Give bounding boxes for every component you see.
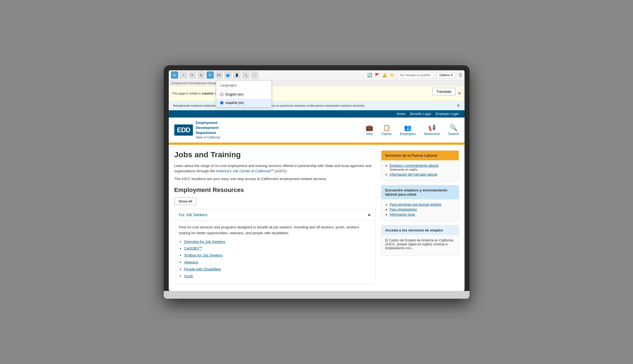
nav-search[interactable]: 🔍 Search xyxy=(448,124,459,136)
toolbar-eye-btn[interactable]: 👁 xyxy=(207,71,214,79)
top-navigation: Home Benefits Login Employer Login xyxy=(169,110,465,118)
list-item: Youth xyxy=(184,273,371,279)
sidebar-box2-header: Encuentre empleos y entrenamiento labora… xyxy=(381,185,459,199)
toolbar-right: 🔄 🚩 🔔 📁 No changes to publish Options ▾ … xyxy=(367,72,462,78)
mercado-link[interactable]: Información del mercado laboral xyxy=(390,173,437,176)
informacion-local-link[interactable]: Información local xyxy=(390,213,415,216)
toolbar-structure-btn[interactable]: ⊞ xyxy=(171,71,178,79)
list-item: Para empleadores xyxy=(390,208,455,211)
search-icon: 🔍 xyxy=(450,124,457,131)
accordion-header[interactable]: For Job Seekers ▶ xyxy=(175,209,375,220)
lang-dropdown-title: Languages xyxy=(216,81,271,90)
toolbar-expand-btn[interactable]: ⛶ xyxy=(251,71,258,79)
home-link[interactable]: Home xyxy=(397,112,406,116)
toolbar-es-btn[interactable]: ES xyxy=(215,71,223,79)
flag-icon[interactable]: 🚩 xyxy=(375,73,379,77)
edd-logo-box: EDD xyxy=(174,124,193,136)
cms-breadcrumb: Employment Development Department › Jobs… xyxy=(169,80,465,86)
nav-employers[interactable]: 👥 Employers xyxy=(400,124,416,136)
toolbar-grid-btn[interactable]: ⊟ xyxy=(198,71,205,79)
translate-close-icon[interactable]: ✕ xyxy=(458,91,461,96)
employers-icon: 👥 xyxy=(404,124,411,131)
show-all-button[interactable]: Show All xyxy=(174,198,197,205)
page-intro-1: Learn about the range of no-cost employm… xyxy=(174,163,376,174)
chevron-down-icon: ▾ xyxy=(451,73,453,77)
page-title: Jobs and Training xyxy=(174,150,376,159)
bell-icon[interactable]: 🔔 xyxy=(382,73,387,77)
para-personas-link[interactable]: Para personas que buscan empleo xyxy=(390,203,441,206)
sidebar-box3-text: El Centro de Empleo de América en Califo… xyxy=(385,238,455,250)
edd-logo-text: EmploymentDevelopmentDepartment State of… xyxy=(196,120,220,140)
youth-link[interactable]: Youth xyxy=(184,274,193,278)
no-changes-badge: No changes to publish xyxy=(397,72,434,78)
translate-button[interactable]: Translate xyxy=(432,88,456,95)
language-dropdown: Languages English (en) español (es) xyxy=(216,80,272,107)
accordion-links-list: Overview for Job Seekers CalJOBSSM Toolb… xyxy=(179,239,371,279)
sidebar-box3-body: El Centro de Empleo de América en Califo… xyxy=(381,235,459,256)
list-item: Empleos y entrenamiento laboral Solament… xyxy=(390,164,455,171)
list-item: Información del mercado laboral xyxy=(390,173,455,176)
edd-nav: 💼 Jobs 📋 Claims 👥 Employers 📢 Newsroom 🔍 xyxy=(366,124,459,136)
list-item: Veterans xyxy=(184,260,371,265)
lang-english-radio[interactable] xyxy=(220,93,224,96)
nav-jobs[interactable]: 💼 Jobs xyxy=(366,124,373,136)
list-item: CalJOBSSM xyxy=(184,246,371,251)
solo-ingles-note: Solamente en inglés xyxy=(390,168,418,171)
options-button[interactable]: Options ▾ xyxy=(436,72,456,78)
cms-toolbar: ⊞ + ⟳ ⊟ 👁 ES 👥 📱 🔍 ⛶ 🔄 🚩 🔔 📁 No changes … xyxy=(169,70,465,80)
toolbar-add-btn[interactable]: + xyxy=(180,71,187,79)
toolbar-left: ⊞ + ⟳ ⊟ 👁 ES 👥 📱 🔍 ⛶ xyxy=(171,71,367,79)
employment-resources-title: Employment Resources xyxy=(174,186,376,194)
sidebar-box-find-jobs: Encuentre empleos y entrenamiento labora… xyxy=(381,185,459,221)
toolbar-search-btn[interactable]: 🔍 xyxy=(242,71,249,79)
toolbar-mobile-btn[interactable]: 📱 xyxy=(233,71,240,79)
chevron-right-icon: ▶ xyxy=(368,213,371,217)
toolbox-link[interactable]: Toolbox for Job Seekers xyxy=(184,253,223,257)
accordion-body: Find no-cost services and programs desig… xyxy=(175,220,375,284)
employer-login-link[interactable]: Employer Login xyxy=(436,112,459,116)
caljobs-link[interactable]: CalJOBSSM xyxy=(184,246,202,250)
accordion-job-seekers: For Job Seekers ▶ Find no-cost services … xyxy=(174,209,376,284)
sidebar: Servicios de la Fuerza Laboral Empleos y… xyxy=(381,150,459,286)
ajcc-link[interactable]: America's Job Center of CaliforniaSM xyxy=(216,169,274,173)
sidebar-box1-body: Empleos y entrenamiento laboral Solament… xyxy=(381,160,459,181)
sidebar-box1-header: Servicios de la Fuerza Laboral xyxy=(381,151,459,160)
edd-logo[interactable]: EDD EmploymentDevelopmentDepartment Stat… xyxy=(174,120,220,140)
toolbar-people-btn[interactable]: 👥 xyxy=(224,71,232,79)
translate-bar: This page is visible in español, but you… xyxy=(169,86,465,101)
lang-spanish-radio[interactable] xyxy=(220,101,224,104)
para-empleadores-link[interactable]: Para empleadores xyxy=(390,208,417,211)
claims-icon: 📋 xyxy=(383,124,390,131)
refresh-icon[interactable]: 🔄 xyxy=(367,73,372,77)
spanish-info-bar: Actualmente estamos traduciendo esta pág… xyxy=(169,101,465,110)
list-item: Información local xyxy=(390,213,455,216)
list-item: People with Disabilities xyxy=(184,266,371,272)
nav-newsroom[interactable]: 📢 Newsroom xyxy=(424,124,440,136)
folder-icon[interactable]: 📁 xyxy=(390,73,394,77)
nav-claims[interactable]: 📋 Claims xyxy=(381,124,392,136)
list-view-icon[interactable]: ☰ xyxy=(459,73,462,77)
jobs-icon: 💼 xyxy=(366,124,373,131)
lang-english-option[interactable]: English (en) xyxy=(216,90,271,99)
sidebar-box-workforce: Servicios de la Fuerza Laboral Empleos y… xyxy=(381,150,459,181)
empleos-link[interactable]: Empleos y entrenamiento laboral xyxy=(390,164,438,168)
laptop-base xyxy=(164,291,470,299)
list-item: Toolbox for Job Seekers xyxy=(184,253,371,258)
lang-spanish-option[interactable]: español (es) xyxy=(216,99,271,107)
sidebar-box3-header: Acceda a los servicios de empleo xyxy=(381,225,459,235)
list-item: Para personas que buscan empleo xyxy=(390,203,455,206)
benefits-login-link[interactable]: Benefits Login xyxy=(410,112,431,116)
newsroom-icon: 📢 xyxy=(428,124,436,131)
edd-header: EDD EmploymentDevelopmentDepartment Stat… xyxy=(169,118,465,144)
sidebar-box2-body: Para personas que buscan empleo Para emp… xyxy=(381,199,459,221)
overview-link[interactable]: Overview for Job Seekers xyxy=(184,240,225,244)
content-left: Jobs and Training Learn about the range … xyxy=(174,150,381,286)
toolbar-history-btn[interactable]: ⟳ xyxy=(189,71,196,79)
disabilities-link[interactable]: People with Disabilities xyxy=(184,267,221,271)
page-intro-2: The AJCC locations are your easy one-sto… xyxy=(174,176,376,182)
main-content: Jobs and Training Learn about the range … xyxy=(169,145,465,291)
sidebar-box-access: Acceda a los servicios de empleo El Cent… xyxy=(381,225,459,256)
list-item: Overview for Job Seekers xyxy=(184,239,371,245)
veterans-link[interactable]: Veterans xyxy=(184,260,198,264)
spanish-bar-close-icon[interactable]: ✕ xyxy=(457,103,460,108)
